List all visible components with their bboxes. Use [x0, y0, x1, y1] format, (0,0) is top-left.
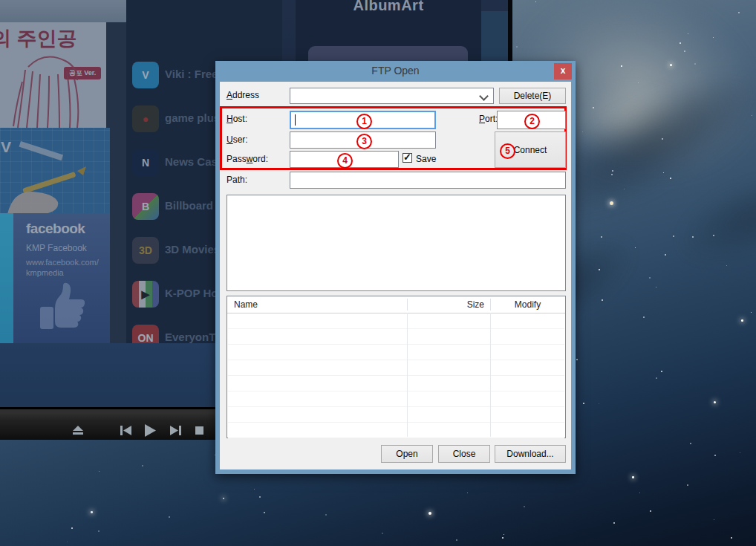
table-row[interactable]: [228, 360, 564, 376]
dialog-titlebar[interactable]: FTP Open x: [215, 61, 576, 82]
screen: AlbumArt 의 주인공 공포 Ver.: [0, 0, 756, 546]
host-label: Host:: [227, 114, 247, 124]
user-label: User:: [227, 134, 248, 145]
ftp-log-listbox[interactable]: [227, 195, 566, 291]
column-name[interactable]: Name: [234, 299, 258, 310]
column-divider: [407, 313, 408, 437]
path-label: Path:: [227, 175, 247, 185]
column-modify[interactable]: Modify: [490, 299, 565, 310]
save-label: Save: [416, 154, 436, 164]
dialog-title: FTP Open: [215, 65, 576, 77]
ftp-open-dialog: FTP Open x Address Delete(E) Host: Port:…: [215, 61, 576, 474]
file-table-header[interactable]: Name Size Modify: [227, 296, 565, 313]
text-caret: [295, 114, 296, 126]
address-combobox[interactable]: [290, 88, 494, 104]
checkmark-icon: ✓: [403, 152, 411, 163]
eject-icon[interactable]: [70, 422, 86, 438]
delete-button[interactable]: Delete(E): [499, 88, 566, 104]
next-icon[interactable]: [167, 422, 183, 438]
annotation-3: 3: [356, 134, 372, 149]
table-row[interactable]: [228, 328, 564, 345]
annotation-2: 2: [524, 114, 540, 129]
table-row[interactable]: [228, 422, 564, 438]
close-icon[interactable]: x: [554, 63, 572, 79]
chevron-down-icon[interactable]: [479, 91, 489, 101]
password-label: Password:: [227, 154, 268, 164]
table-row[interactable]: [228, 391, 564, 407]
file-table[interactable]: Name Size Modify: [227, 296, 566, 438]
previous-icon[interactable]: [117, 422, 134, 438]
stop-icon[interactable]: [191, 422, 207, 438]
annotation-5: 5: [500, 143, 515, 159]
column-divider: [490, 313, 491, 437]
header-divider: [407, 299, 408, 311]
save-checkbox[interactable]: ✓: [403, 153, 412, 163]
close-button[interactable]: Close: [438, 445, 490, 463]
annotation-1: 1: [356, 114, 372, 129]
annotation-4: 4: [337, 153, 353, 169]
dialog-content: Address Delete(E) Host: Port: User: Pass…: [220, 82, 571, 469]
header-divider: [490, 299, 491, 311]
table-row[interactable]: [228, 344, 564, 360]
table-row[interactable]: [228, 313, 564, 329]
table-row[interactable]: [228, 406, 564, 423]
address-input[interactable]: [290, 88, 478, 103]
port-label: Port:: [479, 114, 498, 124]
table-row[interactable]: [228, 375, 564, 391]
address-label: Address: [227, 90, 259, 100]
column-size[interactable]: Size: [407, 299, 484, 310]
path-input[interactable]: [290, 172, 566, 189]
open-button[interactable]: Open: [381, 445, 433, 463]
play-icon[interactable]: [142, 422, 158, 438]
download-button[interactable]: Download...: [495, 445, 566, 463]
